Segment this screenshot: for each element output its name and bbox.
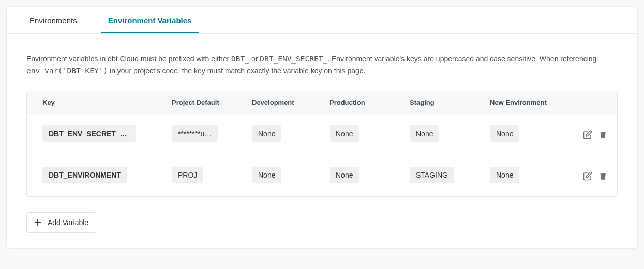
cell-key: DBT_ENV_SECRET_GIT_T… bbox=[42, 125, 136, 142]
cell-key: DBT_ENVIRONMENT bbox=[42, 167, 127, 183]
cell-project-default: PROJ bbox=[172, 167, 203, 183]
table-header: Key Project Default Development Producti… bbox=[27, 91, 617, 114]
intro-prefix-1: DBT_ bbox=[231, 55, 249, 63]
intro-seg-2: or bbox=[249, 55, 260, 63]
row-actions bbox=[570, 130, 608, 139]
cell-project-default: ********u… bbox=[172, 125, 218, 142]
intro-seg-4: in your project's code, the key must mat… bbox=[108, 67, 365, 75]
cell-production: None bbox=[330, 125, 359, 142]
intro-text: Environment variables in dbt Cloud must … bbox=[26, 53, 618, 76]
edit-icon[interactable] bbox=[583, 171, 592, 181]
add-variable-button[interactable]: Add Variable bbox=[26, 212, 97, 233]
intro-seg-3: . Environment variable's keys are upperc… bbox=[327, 55, 596, 63]
cell-staging: STAGING bbox=[410, 167, 454, 183]
env-vars-card: Environments Environment Variables Envir… bbox=[6, 6, 638, 249]
tab-environments[interactable]: Environments bbox=[22, 7, 84, 33]
cell-new-env: None bbox=[490, 125, 519, 142]
row-actions bbox=[570, 171, 608, 181]
content: Environment variables in dbt Cloud must … bbox=[7, 34, 637, 248]
cell-development: None bbox=[252, 125, 281, 142]
env-var-table: Key Project Default Development Producti… bbox=[26, 91, 618, 197]
col-actions bbox=[570, 99, 602, 106]
table-row: DBT_ENVIRONMENT PROJ None None STAGING N… bbox=[27, 155, 617, 196]
tabs: Environments Environment Variables bbox=[7, 7, 637, 34]
col-production: Production bbox=[330, 99, 410, 106]
delete-icon[interactable] bbox=[598, 130, 608, 139]
intro-code: env_var('DBT_KEY') bbox=[26, 67, 108, 75]
intro-prefix-2: DBT_ENV_SECRET_ bbox=[260, 55, 327, 63]
col-development: Development bbox=[252, 99, 330, 106]
col-new-env: New Environment bbox=[490, 99, 570, 106]
delete-icon[interactable] bbox=[598, 171, 608, 181]
cell-staging: None bbox=[410, 125, 439, 142]
table-row: DBT_ENV_SECRET_GIT_T… ********u… None No… bbox=[27, 114, 617, 155]
cell-new-env: None bbox=[490, 167, 519, 183]
tab-environment-variables[interactable]: Environment Variables bbox=[101, 7, 199, 33]
intro-seg-1: Environment variables in dbt Cloud must … bbox=[26, 55, 231, 63]
add-variable-label: Add Variable bbox=[48, 218, 88, 227]
col-staging: Staging bbox=[410, 99, 490, 106]
cell-development: None bbox=[252, 167, 281, 183]
cell-production: None bbox=[330, 167, 359, 183]
col-project-default: Project Default bbox=[172, 99, 252, 106]
edit-icon[interactable] bbox=[583, 130, 592, 139]
plus-icon bbox=[33, 218, 42, 227]
col-key: Key bbox=[42, 99, 172, 106]
